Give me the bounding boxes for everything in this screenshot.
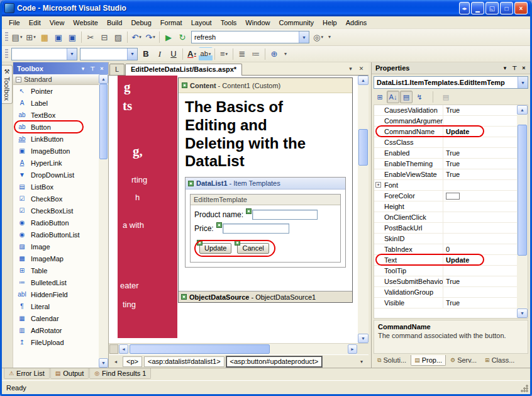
open-file-icon[interactable]: ▦	[38, 30, 52, 44]
toolbar-options-icon[interactable]: ▾	[325, 30, 334, 44]
toolbar-separator[interactable]	[125, 30, 130, 44]
scroll-up-icon[interactable]	[358, 76, 369, 85]
menu-item[interactable]: Edit	[25, 18, 45, 28]
font-color-icon[interactable]: A	[185, 47, 199, 61]
start-debug-icon[interactable]: ▶	[162, 30, 175, 44]
underline-icon[interactable]: U	[167, 47, 180, 61]
property-row[interactable]: TabIndex 0	[374, 244, 517, 255]
menu-item[interactable]: Community	[274, 18, 318, 28]
close-document-icon[interactable]: ✕	[357, 64, 366, 73]
redo-icon[interactable]: ↷	[143, 30, 157, 44]
toolbox-item[interactable]: abl HiddenField	[13, 288, 99, 300]
tab-solution-explorer[interactable]: ⧉ Soluti...	[374, 355, 410, 366]
font-name-combo[interactable]	[80, 48, 138, 60]
property-row[interactable]: SkinID	[374, 234, 517, 244]
menu-item[interactable]: Build	[103, 18, 126, 28]
toolbox-item[interactable]: ☑ CheckBox	[13, 193, 99, 205]
property-row[interactable]: ToolTip	[374, 266, 517, 276]
property-row[interactable]: Height	[374, 201, 517, 212]
minimize-button[interactable]: ▬	[471, 2, 484, 14]
property-row[interactable]: CommandArgument	[374, 116, 517, 127]
property-row[interactable]: EnableViewState True	[374, 169, 517, 180]
property-row[interactable]: ValidationGroup	[374, 287, 517, 298]
toolbox-side-tab[interactable]: ⚒ Toolbox	[2, 65, 13, 104]
content-placeholder-region[interactable]: Content - Content1 (Custom) The Basics o…	[178, 77, 353, 303]
menu-item[interactable]: File	[4, 18, 25, 28]
copy-icon[interactable]: ⊟	[97, 30, 111, 44]
toolbox-item[interactable]: ◉ RadioButtonList	[13, 229, 99, 240]
edit-item-template-box[interactable]: EditItemTemplate Product name:	[190, 194, 341, 263]
tab-class-view[interactable]: ⊞ Class...	[481, 355, 518, 366]
scrollbar-thumb[interactable]	[130, 344, 270, 354]
partial-tab-stub[interactable]	[109, 344, 118, 354]
content-placeholder-header[interactable]: Content - Content1 (Custom)	[179, 78, 352, 93]
property-pages-icon[interactable]: ▤	[440, 91, 452, 103]
toolbox-item[interactable]: ▼ DropDownList	[13, 169, 99, 181]
italic-icon[interactable]: I	[153, 47, 167, 61]
toolbar-separator[interactable]	[426, 91, 439, 103]
toolbox-item[interactable]: ▨ Image	[13, 240, 99, 252]
product-name-input[interactable]	[252, 210, 318, 220]
property-row[interactable]: ForeColor	[374, 191, 517, 201]
tab-server-explorer[interactable]: ⚙ Serv...	[446, 355, 480, 366]
toolbox-header[interactable]: Toolbox ▾⊤×	[13, 62, 108, 74]
undo-icon[interactable]: ↶	[130, 30, 143, 44]
scroll-down-icon[interactable]	[99, 358, 108, 368]
design-surface[interactable]: g ts g, rting h a with eater	[109, 76, 369, 344]
categorized-icon[interactable]: ⊞	[374, 91, 386, 103]
toolbox-item[interactable]: ab TextBox	[13, 109, 99, 121]
numbered-list-icon[interactable]: ≣	[235, 47, 249, 61]
save-icon[interactable]: ▣	[52, 30, 65, 44]
property-row[interactable]: CssClass	[374, 137, 517, 148]
dock-nav-button[interactable]: ◂▸	[459, 2, 470, 14]
document-tab-active[interactable]: EditDeleteDataList/Basics.aspx*	[125, 64, 242, 76]
tag-nav-item[interactable]: <p>	[123, 356, 142, 367]
combo-dropdown-icon[interactable]	[518, 77, 528, 88]
bold-icon[interactable]: B	[139, 47, 153, 61]
scrollbar-thumb[interactable]	[518, 125, 527, 256]
toolbox-item[interactable]: A Label	[13, 97, 99, 109]
toolbox-item[interactable]: ▣ ImageButton	[13, 145, 99, 157]
menu-item[interactable]: Format	[156, 18, 187, 28]
design-vscrollbar[interactable]	[358, 76, 369, 343]
datalist-header[interactable]: DataList1 - Item Templates	[186, 178, 345, 190]
property-row[interactable]: PostBackUrl	[374, 223, 517, 234]
price-input[interactable]	[223, 223, 289, 234]
tab-error-list[interactable]: ⚠ Error List	[4, 368, 50, 379]
tag-nav-item[interactable]: <asp:datalist#datalist1>	[144, 356, 224, 367]
toolbox-item[interactable]: ab LinkButton	[13, 133, 99, 145]
update-button[interactable]: Update	[199, 243, 231, 254]
toolbar-separator[interactable]	[213, 47, 217, 61]
toolbox-item[interactable]: ▩ ImageMap	[13, 252, 99, 264]
properties-view-icon[interactable]: ▤	[400, 91, 413, 103]
alphabetical-icon[interactable]: A↓	[387, 91, 399, 103]
tab-find-results-1[interactable]: ◎ Find Results 1	[89, 368, 151, 379]
resize-grip[interactable]	[521, 385, 528, 392]
cancel-button[interactable]: Cancel	[237, 243, 269, 254]
highlight-icon[interactable]: ab	[199, 47, 213, 61]
block-format-combo[interactable]	[11, 48, 77, 60]
property-row[interactable]: UseSubmitBehavior True	[374, 276, 517, 287]
menu-item[interactable]: Tools	[216, 18, 241, 28]
toolbar-separator[interactable]	[263, 47, 267, 61]
toolbox-item[interactable]: ☑ CheckBoxList	[13, 205, 99, 217]
toolbar-grip[interactable]	[5, 32, 8, 42]
toolbox-item[interactable]: ▤ ListBox	[13, 181, 99, 193]
add-new-item-icon[interactable]: ⊞	[24, 30, 38, 44]
design-hscrollbar[interactable]	[119, 344, 357, 354]
vs-app-icon[interactable]	[4, 3, 14, 13]
object-selector-combo[interactable]: DataList1.ItemTemplates.EditItemTemp	[374, 76, 528, 89]
save-all-icon[interactable]: ▣	[65, 30, 79, 44]
property-row[interactable]: Enabled True	[374, 148, 517, 159]
find-icon[interactable]: ◎	[311, 30, 325, 44]
scroll-down-icon[interactable]	[517, 308, 528, 318]
toolbar-separator[interactable]	[231, 47, 235, 61]
expander-icon[interactable]	[375, 182, 381, 188]
property-row[interactable]: Visible True	[374, 298, 517, 308]
scrollbar-thumb[interactable]	[358, 129, 368, 166]
scroll-down-icon[interactable]	[358, 334, 369, 343]
menu-item[interactable]: Debug	[126, 18, 155, 28]
toolbox-item[interactable]: ↖ Pointer	[13, 85, 99, 97]
combo-dropdown-icon[interactable]	[299, 31, 309, 43]
cut-icon[interactable]: ✂	[84, 30, 97, 44]
